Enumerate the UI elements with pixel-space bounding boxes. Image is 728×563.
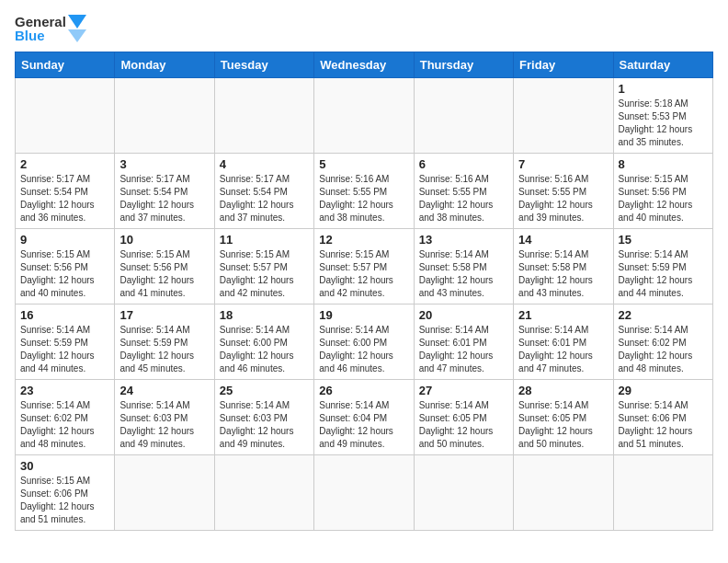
day-info: Sunrise: 5:14 AM Sunset: 5:59 PM Dayligh… <box>619 248 708 300</box>
logo: General Blue <box>15 15 86 42</box>
calendar-cell: 4Sunrise: 5:17 AM Sunset: 5:54 PM Daylig… <box>214 154 313 229</box>
day-number: 22 <box>619 308 708 322</box>
calendar-cell: 29Sunrise: 5:14 AM Sunset: 6:06 PM Dayli… <box>613 380 712 455</box>
day-number: 14 <box>518 233 608 247</box>
calendar-cell: 5Sunrise: 5:16 AM Sunset: 5:55 PM Daylig… <box>314 154 414 229</box>
calendar-cell <box>613 455 712 531</box>
calendar-cell: 19Sunrise: 5:14 AM Sunset: 6:00 PM Dayli… <box>314 304 414 380</box>
day-number: 10 <box>119 233 209 247</box>
day-number: 29 <box>619 384 708 397</box>
col-header-thursday: Thursday <box>414 52 513 78</box>
day-info: Sunrise: 5:14 AM Sunset: 6:02 PM Dayligh… <box>619 324 708 375</box>
col-header-friday: Friday <box>514 52 613 78</box>
calendar-cell: 22Sunrise: 5:14 AM Sunset: 6:02 PM Dayli… <box>613 304 712 380</box>
day-info: Sunrise: 5:14 AM Sunset: 6:01 PM Dayligh… <box>419 324 508 375</box>
calendar-cell: 16Sunrise: 5:14 AM Sunset: 5:59 PM Dayli… <box>16 304 115 380</box>
page-header: General Blue <box>15 15 713 42</box>
day-number: 4 <box>220 157 309 171</box>
calendar-cell <box>115 78 214 154</box>
day-number: 1 <box>619 82 708 96</box>
calendar-cell: 17Sunrise: 5:14 AM Sunset: 5:59 PM Dayli… <box>115 304 214 380</box>
day-number: 18 <box>220 308 309 322</box>
calendar-cell: 30Sunrise: 5:15 AM Sunset: 6:06 PM Dayli… <box>16 455 115 531</box>
calendar-week-row: 1Sunrise: 5:18 AM Sunset: 5:53 PM Daylig… <box>16 78 713 154</box>
day-info: Sunrise: 5:14 AM Sunset: 6:04 PM Dayligh… <box>319 399 408 451</box>
calendar-cell: 21Sunrise: 5:14 AM Sunset: 6:01 PM Dayli… <box>514 304 613 380</box>
day-number: 19 <box>319 308 408 322</box>
day-info: Sunrise: 5:15 AM Sunset: 5:57 PM Dayligh… <box>220 248 309 300</box>
day-info: Sunrise: 5:14 AM Sunset: 6:00 PM Dayligh… <box>319 324 408 375</box>
calendar-cell: 20Sunrise: 5:14 AM Sunset: 6:01 PM Dayli… <box>414 304 513 380</box>
day-number: 9 <box>20 233 109 247</box>
calendar-cell: 24Sunrise: 5:14 AM Sunset: 6:03 PM Dayli… <box>115 380 214 455</box>
day-info: Sunrise: 5:14 AM Sunset: 6:01 PM Dayligh… <box>518 324 608 375</box>
calendar-cell: 18Sunrise: 5:14 AM Sunset: 6:00 PM Dayli… <box>214 304 313 380</box>
logo-blue-text: Blue <box>15 29 66 42</box>
calendar-week-row: 30Sunrise: 5:15 AM Sunset: 6:06 PM Dayli… <box>16 455 713 531</box>
svg-marker-0 <box>68 15 86 29</box>
day-number: 12 <box>319 233 408 247</box>
logo-general-text: General <box>15 15 66 29</box>
col-header-tuesday: Tuesday <box>214 52 313 78</box>
calendar-cell: 9Sunrise: 5:15 AM Sunset: 5:56 PM Daylig… <box>16 229 115 304</box>
calendar-cell <box>514 78 613 154</box>
day-info: Sunrise: 5:14 AM Sunset: 6:02 PM Dayligh… <box>20 399 109 451</box>
calendar-cell <box>214 455 313 531</box>
calendar-cell <box>314 455 414 531</box>
calendar-cell: 3Sunrise: 5:17 AM Sunset: 5:54 PM Daylig… <box>115 154 214 229</box>
day-number: 30 <box>20 459 109 473</box>
calendar-cell: 15Sunrise: 5:14 AM Sunset: 5:59 PM Dayli… <box>613 229 712 304</box>
day-info: Sunrise: 5:15 AM Sunset: 6:06 PM Dayligh… <box>20 475 109 526</box>
calendar-cell: 10Sunrise: 5:15 AM Sunset: 5:56 PM Dayli… <box>115 229 214 304</box>
day-number: 11 <box>220 233 309 247</box>
calendar-cell: 14Sunrise: 5:14 AM Sunset: 5:58 PM Dayli… <box>514 229 613 304</box>
calendar-cell: 7Sunrise: 5:16 AM Sunset: 5:55 PM Daylig… <box>514 154 613 229</box>
day-number: 23 <box>20 384 109 397</box>
calendar-week-row: 9Sunrise: 5:15 AM Sunset: 5:56 PM Daylig… <box>16 229 713 304</box>
calendar-week-row: 23Sunrise: 5:14 AM Sunset: 6:02 PM Dayli… <box>16 380 713 455</box>
day-info: Sunrise: 5:14 AM Sunset: 5:58 PM Dayligh… <box>518 248 608 300</box>
day-info: Sunrise: 5:16 AM Sunset: 5:55 PM Dayligh… <box>419 173 508 224</box>
calendar-cell: 13Sunrise: 5:14 AM Sunset: 5:58 PM Dayli… <box>414 229 513 304</box>
day-info: Sunrise: 5:18 AM Sunset: 5:53 PM Dayligh… <box>619 98 708 149</box>
day-info: Sunrise: 5:15 AM Sunset: 5:56 PM Dayligh… <box>619 173 708 224</box>
col-header-monday: Monday <box>115 52 214 78</box>
calendar-header-row: SundayMondayTuesdayWednesdayThursdayFrid… <box>16 52 713 78</box>
day-number: 27 <box>419 384 508 397</box>
calendar-table: SundayMondayTuesdayWednesdayThursdayFrid… <box>15 52 713 531</box>
day-number: 15 <box>619 233 708 247</box>
day-number: 8 <box>619 157 708 171</box>
calendar-cell <box>115 455 214 531</box>
calendar-cell: 1Sunrise: 5:18 AM Sunset: 5:53 PM Daylig… <box>613 78 712 154</box>
day-number: 26 <box>319 384 408 397</box>
calendar-cell <box>16 78 115 154</box>
day-info: Sunrise: 5:14 AM Sunset: 6:03 PM Dayligh… <box>119 399 209 451</box>
day-number: 16 <box>20 308 109 322</box>
calendar-cell: 27Sunrise: 5:14 AM Sunset: 6:05 PM Dayli… <box>414 380 513 455</box>
svg-marker-1 <box>68 29 86 42</box>
day-number: 17 <box>119 308 209 322</box>
day-info: Sunrise: 5:15 AM Sunset: 5:56 PM Dayligh… <box>119 248 209 300</box>
day-number: 21 <box>518 308 608 322</box>
day-number: 5 <box>319 157 408 171</box>
day-info: Sunrise: 5:14 AM Sunset: 6:05 PM Dayligh… <box>518 399 608 451</box>
day-number: 6 <box>419 157 508 171</box>
day-info: Sunrise: 5:14 AM Sunset: 5:59 PM Dayligh… <box>119 324 209 375</box>
calendar-cell: 8Sunrise: 5:15 AM Sunset: 5:56 PM Daylig… <box>613 154 712 229</box>
day-info: Sunrise: 5:16 AM Sunset: 5:55 PM Dayligh… <box>518 173 608 224</box>
day-info: Sunrise: 5:17 AM Sunset: 5:54 PM Dayligh… <box>20 173 109 224</box>
day-info: Sunrise: 5:15 AM Sunset: 5:57 PM Dayligh… <box>319 248 408 300</box>
day-number: 13 <box>419 233 508 247</box>
calendar-cell: 28Sunrise: 5:14 AM Sunset: 6:05 PM Dayli… <box>514 380 613 455</box>
day-info: Sunrise: 5:14 AM Sunset: 5:59 PM Dayligh… <box>20 324 109 375</box>
day-number: 20 <box>419 308 508 322</box>
logo-triangle-icon <box>68 15 86 42</box>
day-number: 7 <box>518 157 608 171</box>
col-header-sunday: Sunday <box>16 52 115 78</box>
day-info: Sunrise: 5:17 AM Sunset: 5:54 PM Dayligh… <box>220 173 309 224</box>
day-info: Sunrise: 5:14 AM Sunset: 6:00 PM Dayligh… <box>220 324 309 375</box>
day-number: 24 <box>119 384 209 397</box>
day-info: Sunrise: 5:17 AM Sunset: 5:54 PM Dayligh… <box>119 173 209 224</box>
day-info: Sunrise: 5:14 AM Sunset: 6:03 PM Dayligh… <box>220 399 309 451</box>
calendar-cell <box>214 78 313 154</box>
